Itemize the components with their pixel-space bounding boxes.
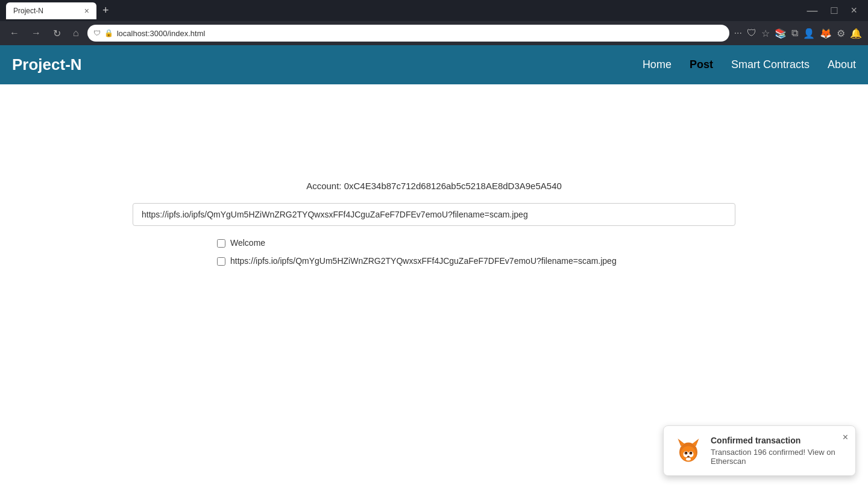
settings-icon[interactable]: ⚙ <box>837 28 845 39</box>
reload-button[interactable]: ↻ <box>49 25 64 42</box>
tabs-icon[interactable]: ⧉ <box>791 28 798 39</box>
new-tab-button[interactable]: + <box>99 2 113 19</box>
bookmark-icon[interactable]: ☆ <box>761 28 770 39</box>
nav-about[interactable]: About <box>828 58 856 71</box>
post-checkbox-0[interactable] <box>217 239 225 248</box>
svg-point-11 <box>691 452 692 454</box>
toast-notification: × Confirmed transaction Transaction 196 … <box>663 425 856 476</box>
nav-post[interactable]: Post <box>690 58 713 71</box>
app-logo[interactable]: Project-N <box>12 55 82 74</box>
browser-tab[interactable]: Project-N × <box>6 2 96 19</box>
library-icon[interactable]: 📚 <box>775 28 787 39</box>
shield-icon: 🛡 <box>93 29 101 37</box>
browser-nav-bar: ← → ↻ ⌂ 🛡 🔒 localhost:3000/index.html ··… <box>0 21 868 45</box>
app-header: Project-N Home Post Smart Contracts Abou… <box>0 45 868 84</box>
address-text: localhost:3000/index.html <box>117 29 206 38</box>
account-text: Account: 0xC4E34b87c712d68126ab5c5218AE8… <box>306 181 562 191</box>
list-item: Welcome <box>217 238 735 248</box>
browser-chrome: Project-N × + — □ × <box>0 0 868 21</box>
svg-point-12 <box>687 456 690 458</box>
lock-icon: 🔒 <box>104 29 113 37</box>
forward-button[interactable]: → <box>28 25 45 41</box>
post-list: Welcome https://ipfs.io/ipfs/QmYgUm5HZiW… <box>133 238 735 266</box>
tab-title: Project-N <box>13 7 43 15</box>
back-button[interactable]: ← <box>6 25 23 41</box>
main-navigation: Home Post Smart Contracts About <box>643 58 856 71</box>
account-info: Account: 0xC4E34b87c712d68126ab5c5218AE8… <box>12 181 856 191</box>
home-button[interactable]: ⌂ <box>69 25 83 41</box>
url-input-container <box>133 203 735 226</box>
tab-close-button[interactable]: × <box>84 6 89 16</box>
post-label-0: Welcome <box>230 238 265 248</box>
toast-body: Transaction 196 confirmed! View on Ether… <box>711 448 846 466</box>
nav-actions: ··· 🛡 ☆ 📚 ⧉ 👤 🦊 ⚙ 🔔 <box>734 28 862 39</box>
nav-home[interactable]: Home <box>643 58 671 71</box>
window-minimize-button[interactable]: — <box>802 3 823 18</box>
toast-close-button[interactable]: × <box>843 432 848 443</box>
tab-bar: Project-N × + <box>6 2 113 19</box>
address-bar[interactable]: 🛡 🔒 localhost:3000/index.html <box>87 25 729 42</box>
svg-point-13 <box>686 458 691 461</box>
window-close-button[interactable]: × <box>846 3 862 18</box>
metamask-icon[interactable]: 🦊 <box>820 28 832 39</box>
toast-body-text: Transaction 196 confirmed! View on Ether… <box>711 448 835 466</box>
shield-badge-icon: 🛡 <box>747 28 756 39</box>
nav-smart-contracts[interactable]: Smart Contracts <box>731 58 810 71</box>
main-content: Account: 0xC4E34b87c712d68126ab5c5218AE8… <box>0 84 868 286</box>
notifications-icon[interactable]: 🔔 <box>850 28 862 39</box>
toast-title: Confirmed transaction <box>711 436 846 445</box>
url-input[interactable] <box>133 203 735 226</box>
metamask-fox-icon <box>673 436 703 466</box>
account-icon[interactable]: 👤 <box>803 28 815 39</box>
list-item: https://ipfs.io/ipfs/QmYgUm5HZiWnZRG2TYQ… <box>217 256 735 266</box>
post-label-1: https://ipfs.io/ipfs/QmYgUm5HZiWnZRG2TYQ… <box>230 256 617 266</box>
post-checkbox-1[interactable] <box>217 257 225 266</box>
window-maximize-button[interactable]: □ <box>826 3 843 18</box>
svg-point-10 <box>686 452 687 454</box>
more-options-button[interactable]: ··· <box>734 28 742 39</box>
toast-content: Confirmed transaction Transaction 196 co… <box>711 436 846 466</box>
